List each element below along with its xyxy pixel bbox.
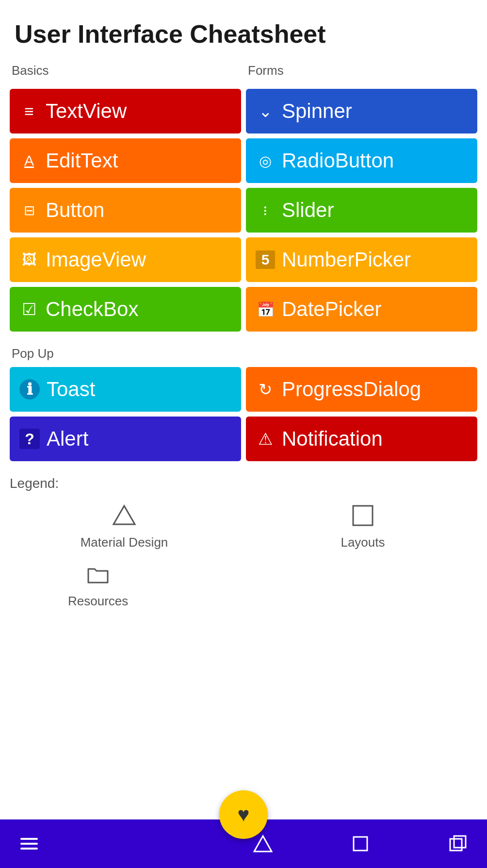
datepicker-icon: 📅	[256, 301, 275, 318]
nav-tabs-button[interactable]	[448, 834, 468, 853]
alert-label: Alert	[47, 427, 88, 451]
svg-rect-8	[454, 836, 466, 848]
button-icon: ⊟	[19, 202, 39, 218]
imageview-label: ImageView	[46, 248, 146, 271]
edittext-tile[interactable]: A EditText	[10, 138, 241, 183]
slider-label: Slider	[282, 199, 334, 222]
fab-heart-icon: ♥	[238, 803, 250, 826]
alert-tile[interactable]: ? Alert	[10, 417, 241, 461]
material-design-icon	[110, 501, 139, 530]
numberpicker-tile[interactable]: 5 NumberPicker	[246, 237, 477, 282]
datepicker-label: DatePicker	[282, 298, 381, 321]
basics-label: Basics	[10, 63, 241, 78]
resources-label: Resources	[68, 594, 128, 609]
svg-rect-7	[450, 839, 462, 851]
nav-menu-button[interactable]	[19, 834, 39, 853]
imageview-icon: 🖼	[19, 251, 39, 268]
edittext-label: EditText	[46, 149, 118, 172]
svg-marker-5	[254, 836, 272, 851]
checkbox-icon: ☑	[19, 300, 39, 319]
alert-icon: ?	[19, 429, 40, 449]
button-label: Button	[46, 199, 104, 222]
progressdialog-icon: ↻	[256, 380, 275, 399]
layouts-label: Layouts	[341, 535, 385, 550]
svg-rect-1	[353, 506, 373, 525]
resources-icon	[83, 560, 113, 589]
textview-icon: ≡	[19, 102, 39, 121]
checkbox-tile[interactable]: ☑ CheckBox	[10, 287, 241, 332]
radiobutton-label: RadioButton	[282, 149, 394, 172]
toast-tile[interactable]: ℹ Toast	[10, 367, 241, 412]
legend-material-design[interactable]: Material Design	[10, 501, 239, 550]
forms-label: Forms	[246, 63, 477, 78]
spinner-label: Spinner	[282, 100, 352, 123]
nav-home-button[interactable]	[253, 834, 273, 853]
layouts-icon	[348, 501, 377, 530]
progressdialog-tile[interactable]: ↻ ProgressDialog	[246, 367, 477, 412]
textview-label: TextView	[46, 100, 127, 123]
spinner-tile[interactable]: ⌄ Spinner	[246, 89, 477, 134]
popup-label: Pop Up	[10, 346, 477, 361]
spinner-icon: ⌄	[256, 101, 275, 121]
legend-layouts[interactable]: Layouts	[248, 501, 477, 550]
fab-button[interactable]: ♥	[219, 790, 268, 839]
radiobutton-tile[interactable]: ◎ RadioButton	[246, 138, 477, 183]
toast-icon: ℹ	[19, 379, 40, 400]
legend-resources[interactable]: Resources	[68, 560, 128, 609]
toast-label: Toast	[47, 378, 95, 401]
legend-section: Legend: Material Design Layouts	[10, 476, 477, 609]
svg-marker-0	[114, 506, 135, 524]
notification-label: Notification	[282, 427, 383, 451]
datepicker-tile[interactable]: 📅 DatePicker	[246, 287, 477, 332]
imageview-tile[interactable]: 🖼 ImageView	[10, 237, 241, 282]
numberpicker-icon: 5	[256, 250, 275, 269]
legend-label: Legend:	[10, 476, 477, 491]
material-design-label: Material Design	[81, 535, 168, 550]
nav-recent-button[interactable]	[351, 834, 370, 853]
textview-tile[interactable]: ≡ TextView	[10, 89, 241, 134]
radiobutton-icon: ◎	[256, 152, 275, 169]
checkbox-label: CheckBox	[46, 298, 138, 321]
notification-icon: ⚠	[256, 429, 275, 449]
slider-tile[interactable]: ⫶ Slider	[246, 188, 477, 233]
notification-tile[interactable]: ⚠ Notification	[246, 417, 477, 461]
edittext-icon: A	[19, 152, 39, 169]
page-title: User Interface Cheatsheet	[10, 19, 477, 49]
svg-rect-6	[354, 837, 367, 851]
button-tile[interactable]: ⊟ Button	[10, 188, 241, 233]
progressdialog-label: ProgressDialog	[282, 378, 421, 401]
slider-icon: ⫶	[256, 202, 275, 218]
numberpicker-label: NumberPicker	[282, 248, 411, 271]
